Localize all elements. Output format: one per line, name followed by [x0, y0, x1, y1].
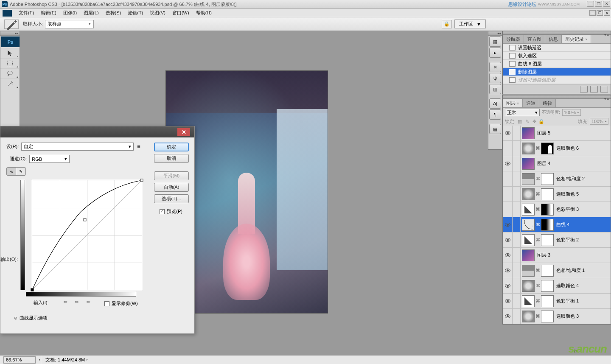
layer-row[interactable]: ⌘曲线 4	[503, 217, 611, 232]
layer-name[interactable]: 色彩平衡 1	[556, 298, 611, 304]
ok-button[interactable]: 确定	[154, 143, 189, 151]
layer-thumbnail[interactable]	[522, 280, 535, 292]
drawer-char-icon[interactable]: A|	[489, 98, 501, 109]
link-column[interactable]	[513, 171, 521, 186]
layer-name[interactable]: 选取颜色 3	[556, 313, 611, 319]
link-column[interactable]	[513, 294, 521, 308]
visibility-toggle[interactable]	[503, 202, 513, 217]
layer-row[interactable]: ⌘选取颜色 6	[503, 141, 611, 156]
tab-navigator[interactable]: 导航器	[503, 35, 524, 43]
link-column[interactable]	[513, 248, 521, 263]
link-column[interactable]	[513, 217, 521, 232]
fill-input[interactable]: 100%▸	[590, 118, 608, 125]
minimize-button[interactable]: ─	[587, 1, 594, 7]
workspace-select[interactable]: 工作区▼	[454, 20, 486, 28]
panel-menu-icon[interactable]: ▾≡	[604, 33, 609, 37]
layer-thumbnail[interactable]	[522, 188, 535, 200]
lasso-tool[interactable]	[0, 68, 19, 78]
lock-position-icon[interactable]: ✥	[531, 118, 537, 124]
link-column[interactable]	[513, 202, 521, 217]
opacity-input[interactable]: 100%▸	[562, 109, 581, 116]
smooth-button[interactable]: 平滑(M)	[154, 171, 189, 180]
curve-point-mid[interactable]	[83, 218, 86, 221]
black-point-dropper[interactable]: ✎	[62, 296, 73, 307]
blend-mode-select[interactable]: 正常▾	[505, 109, 540, 116]
link-column[interactable]	[513, 126, 521, 140]
close-button[interactable]: ✕	[603, 1, 610, 7]
curve-mode-buttons[interactable]: ∿ ✎	[6, 167, 26, 176]
menu-help[interactable]: 帮助(H)	[193, 9, 215, 17]
menu-window[interactable]: 窗口(W)	[169, 9, 193, 17]
mask-link-icon[interactable]: ⌘	[535, 283, 539, 288]
tab-layers[interactable]: 图层×	[503, 99, 523, 107]
layer-mask[interactable]	[541, 143, 554, 154]
layer-thumbnail[interactable]	[522, 234, 535, 246]
dialog-close-button[interactable]: ✕	[177, 128, 190, 136]
visibility-toggle[interactable]	[503, 126, 513, 140]
new-doc-icon[interactable]	[590, 86, 598, 92]
history-row[interactable]: 设置帧延迟	[503, 44, 611, 52]
tab-info[interactable]: 信息	[545, 35, 562, 43]
expand-icon[interactable]: ⊙	[14, 316, 17, 320]
layer-thumbnail[interactable]	[522, 265, 535, 277]
layer-name[interactable]: 色彩平衡 2	[556, 237, 611, 243]
layer-mask[interactable]	[541, 295, 554, 307]
lock-transparent-icon[interactable]: ▨	[517, 118, 523, 124]
layer-thumbnail[interactable]	[522, 204, 535, 216]
white-point-dropper[interactable]: ✎	[85, 296, 96, 307]
layer-mask[interactable]	[541, 188, 554, 200]
wand-tool[interactable]	[0, 78, 19, 89]
auto-button[interactable]: 自动(A)	[154, 183, 189, 192]
zoom-input[interactable]: 66.67%	[3, 356, 36, 364]
tab-paths[interactable]: 路径	[539, 99, 556, 107]
layer-mask[interactable]	[541, 234, 554, 246]
mask-link-icon[interactable]: ⌘	[535, 207, 539, 212]
history-row[interactable]: 修改可选颜色图层	[503, 76, 611, 84]
drawer-para-icon[interactable]: ¶	[489, 109, 501, 120]
link-column[interactable]	[513, 232, 521, 247]
sample-size-select[interactable]: 取样点▼	[45, 20, 94, 28]
preset-menu-icon[interactable]: ≡	[137, 143, 140, 150]
menu-edit[interactable]: 编辑(E)	[37, 9, 60, 17]
layer-row[interactable]: ⌘选取颜色 5	[503, 187, 611, 202]
layer-thumbnail[interactable]	[522, 173, 535, 185]
mask-link-icon[interactable]: ⌘	[535, 268, 539, 273]
visibility-toggle[interactable]	[503, 156, 513, 171]
visibility-toggle[interactable]	[503, 278, 513, 293]
visibility-toggle[interactable]	[503, 217, 513, 232]
layer-row[interactable]: 图层 3	[503, 248, 611, 263]
drawer-play-icon[interactable]: ▸	[489, 48, 501, 58]
cancel-button[interactable]: 取消	[154, 154, 189, 163]
lock-pixels-icon[interactable]: ✎	[524, 118, 530, 124]
layer-mask[interactable]	[541, 311, 554, 322]
drawer-brush-icon[interactable]: ψ	[489, 73, 501, 83]
trash-icon[interactable]	[600, 86, 608, 92]
visibility-toggle[interactable]	[503, 232, 513, 247]
layer-mask[interactable]	[541, 173, 554, 185]
toolbox-header[interactable]: ▸▸	[0, 31, 20, 36]
layer-name[interactable]: 色相/饱和度 2	[556, 176, 611, 182]
dialog-titlebar[interactable]: ✕	[0, 126, 194, 137]
visibility-toggle[interactable]	[503, 141, 513, 156]
layer-thumbnail[interactable]	[522, 158, 535, 170]
layers-menu-icon[interactable]: ▾≡	[604, 97, 609, 101]
layer-thumbnail[interactable]	[522, 311, 535, 322]
link-column[interactable]	[513, 263, 521, 278]
visibility-toggle[interactable]	[503, 309, 513, 324]
options-button[interactable]: 选项(T)...	[154, 194, 189, 203]
history-row[interactable]: 载入选区	[503, 52, 611, 60]
current-tool-indicator[interactable]	[4, 20, 19, 29]
drawer-doc-icon[interactable]: ▤	[489, 124, 501, 134]
visibility-toggle[interactable]	[503, 171, 513, 186]
layer-row[interactable]: ⌘选取颜色 3	[503, 309, 611, 324]
maximize-button[interactable]: ❐	[595, 1, 602, 7]
mask-link-icon[interactable]: ⌘	[535, 298, 539, 304]
layer-mask[interactable]	[541, 204, 554, 216]
mask-link-icon[interactable]: ⌘	[535, 146, 539, 151]
layer-row[interactable]: ⌘色彩平衡 1	[503, 294, 611, 309]
layer-row[interactable]: 图层 5	[503, 126, 611, 141]
lock-all-icon[interactable]: 🔒	[538, 118, 544, 124]
layer-name[interactable]: 图层 3	[537, 252, 611, 258]
layer-mask[interactable]	[541, 265, 554, 277]
layer-row[interactable]: ⌘选取颜色 4	[503, 278, 611, 294]
